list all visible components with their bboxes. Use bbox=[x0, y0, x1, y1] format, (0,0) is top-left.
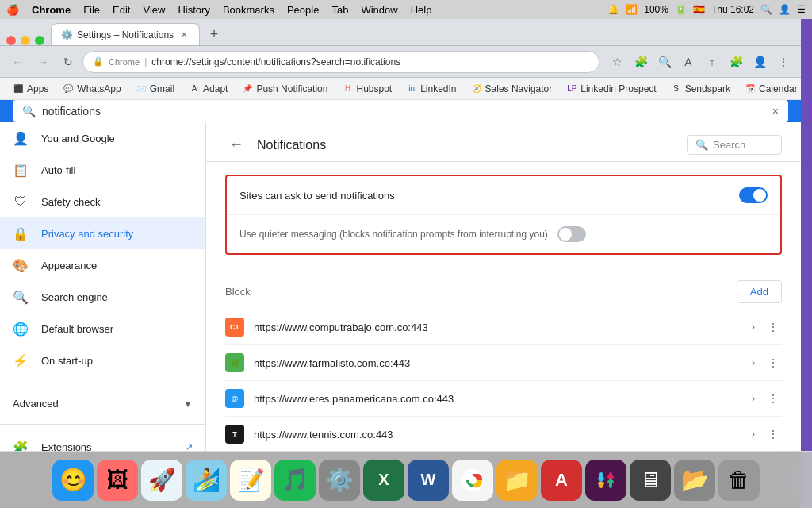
bookmark-linkedin[interactable]: in LinkedIn bbox=[400, 82, 462, 96]
extension-btn-3[interactable]: A bbox=[677, 51, 699, 73]
tab-menu[interactable]: Tab bbox=[331, 4, 348, 16]
file-menu[interactable]: File bbox=[83, 4, 100, 16]
site-menu-computrabajo[interactable]: ⋮ bbox=[764, 318, 782, 337]
settings-search-bar[interactable]: 🔍 × bbox=[13, 100, 788, 122]
permission-toggle-1[interactable] bbox=[739, 187, 768, 203]
site-menu-farmalisto[interactable]: ⋮ bbox=[764, 353, 782, 372]
bookmark-adapt[interactable]: A Adapt bbox=[182, 82, 234, 96]
settings-search-clear-button[interactable]: × bbox=[772, 105, 779, 117]
autofill-icon: 📋 bbox=[13, 162, 29, 178]
bookmark-apps[interactable]: ⬛ Apps bbox=[6, 82, 55, 96]
site-arrow-eres[interactable]: › bbox=[752, 393, 755, 404]
sidebar-item-appearance[interactable]: 🎨 Appearance bbox=[0, 249, 205, 281]
extension-btn-1[interactable]: 🧩 bbox=[630, 51, 652, 73]
more-menu-button[interactable]: ⋮ bbox=[772, 51, 795, 73]
favicon-eres: @ bbox=[225, 389, 244, 408]
control-center[interactable]: ☰ bbox=[797, 4, 806, 15]
address-bar-row: ← → ↻ 🔒 Chrome | chrome://settings/conte… bbox=[0, 46, 801, 78]
bookmark-push[interactable]: 📌 Push Notification bbox=[236, 82, 334, 96]
sidebar-item-privacy[interactable]: 🔒 Privacy and security bbox=[0, 217, 205, 249]
dock-word[interactable]: W bbox=[408, 460, 449, 501]
url-tennis: https://www.tennis.com.co:443 bbox=[254, 429, 742, 441]
site-menu-tennis[interactable]: ⋮ bbox=[764, 425, 782, 444]
dock-slack[interactable] bbox=[585, 460, 626, 501]
sidebar-item-startup[interactable]: ⚡ On start-up bbox=[0, 344, 205, 376]
notifications-back-button[interactable]: ← bbox=[225, 137, 247, 153]
extension-btn-4[interactable]: ↑ bbox=[701, 51, 723, 73]
dock-folder[interactable]: 📁 bbox=[496, 460, 538, 501]
dock-acrobat[interactable]: A bbox=[541, 460, 582, 501]
address-url: chrome://settings/content/notifications?… bbox=[151, 56, 400, 67]
notification-icon[interactable]: 🔔 bbox=[607, 4, 619, 15]
close-window-button[interactable] bbox=[6, 36, 16, 45]
bookmark-adapt-label: Adapt bbox=[203, 83, 228, 94]
minimize-window-button[interactable] bbox=[21, 36, 30, 45]
dock-spotify[interactable]: 🎵 bbox=[274, 460, 316, 501]
bookmark-star-button[interactable]: ☆ bbox=[606, 51, 628, 73]
site-menu-eres[interactable]: ⋮ bbox=[764, 389, 782, 408]
bookmark-linkedin-prospect[interactable]: LP Linkedin Prospect bbox=[560, 82, 662, 96]
bookmark-sales-nav[interactable]: 🧭 Sales Navigator bbox=[465, 82, 559, 96]
dock-finder2[interactable]: 🖼 bbox=[97, 460, 138, 501]
sidebar-item-you-and-google[interactable]: 👤 You and Google bbox=[0, 122, 205, 154]
history-menu[interactable]: History bbox=[178, 4, 209, 16]
notifications-search-box[interactable]: 🔍 Search bbox=[687, 135, 782, 155]
sidebar-item-default-browser[interactable]: 🌐 Default browser bbox=[0, 313, 205, 344]
permission-toggle-2[interactable] bbox=[557, 226, 586, 242]
bookmark-whatsapp-label: WhatsApp bbox=[77, 83, 121, 94]
extensions-puzzle[interactable]: 🧩 bbox=[725, 51, 747, 73]
app-name[interactable]: Chrome bbox=[32, 4, 71, 16]
site-arrow-computrabajo[interactable]: › bbox=[752, 321, 755, 333]
hubspot-icon: H bbox=[342, 83, 353, 94]
push-icon: 📌 bbox=[242, 83, 253, 94]
apple-menu[interactable]: 🍎 bbox=[6, 4, 19, 16]
forward-button[interactable]: → bbox=[32, 51, 54, 73]
tab-close-button[interactable]: ✕ bbox=[178, 29, 190, 40]
bookmark-hubspot[interactable]: H Hubspot bbox=[335, 82, 398, 96]
fullscreen-window-button[interactable] bbox=[35, 36, 44, 45]
reload-button[interactable]: ↻ bbox=[57, 51, 79, 73]
sidebar-item-extensions[interactable]: 🧩 Extensions ↗ bbox=[0, 431, 205, 451]
dock-folder2[interactable]: 📂 bbox=[674, 460, 715, 501]
site-arrow-farmalisto[interactable]: › bbox=[752, 357, 755, 368]
dock-system-prefs[interactable]: ⚙️ bbox=[319, 460, 360, 501]
sidebar-item-safety-check[interactable]: 🛡 Safety check bbox=[0, 186, 205, 217]
dock-trash[interactable]: 🗑 bbox=[718, 460, 760, 501]
calendar-icon: 📅 bbox=[745, 83, 756, 94]
search-menu-icon[interactable]: 🔍 bbox=[760, 4, 772, 15]
dock-surf[interactable]: 🏄 bbox=[186, 460, 227, 501]
bookmark-whatsapp[interactable]: 💬 WhatsApp bbox=[56, 82, 127, 96]
address-bar[interactable]: 🔒 Chrome | chrome://settings/content/not… bbox=[82, 51, 599, 73]
extension-btn-2[interactable]: 🔍 bbox=[653, 51, 676, 73]
permission-row-2: Use quieter messaging (blocks notificati… bbox=[227, 214, 780, 253]
back-button[interactable]: ← bbox=[6, 51, 29, 73]
people-menu[interactable]: People bbox=[287, 4, 319, 16]
bookmark-sendspark[interactable]: S Sendspark bbox=[665, 82, 737, 96]
bookmark-calendar[interactable]: 📅 Calendar bbox=[738, 82, 801, 96]
sidebar-item-autofill[interactable]: 📋 Auto-fill bbox=[0, 154, 205, 186]
bookmark-gmail[interactable]: ✉️ Gmail bbox=[129, 82, 181, 96]
dock-monitor[interactable]: 🖥 bbox=[630, 460, 671, 501]
edit-menu[interactable]: Edit bbox=[113, 4, 130, 16]
window-menu[interactable]: Window bbox=[361, 4, 397, 16]
sidebar-item-advanced[interactable]: Advanced ▼ bbox=[0, 390, 205, 418]
battery-icon: 🔋 bbox=[675, 4, 687, 15]
active-tab[interactable]: ⚙️ Settings – Notifications ✕ bbox=[51, 23, 200, 45]
new-tab-button[interactable]: + bbox=[203, 23, 225, 45]
bookmark-push-label: Push Notification bbox=[256, 83, 327, 94]
settings-search-header: 🔍 × bbox=[0, 100, 801, 122]
bookmarks-menu[interactable]: Bookmarks bbox=[223, 4, 274, 16]
dock-notes[interactable]: 📝 bbox=[230, 460, 271, 501]
dock-chrome[interactable] bbox=[452, 460, 493, 501]
dock-finder[interactable]: 😊 bbox=[52, 460, 94, 501]
dock-excel[interactable]: X bbox=[363, 460, 404, 501]
help-menu[interactable]: Help bbox=[411, 4, 432, 16]
view-menu[interactable]: View bbox=[143, 4, 165, 16]
profile-avatar[interactable]: 👤 bbox=[749, 51, 771, 73]
sidebar-item-search-engine[interactable]: 🔍 Search engine bbox=[0, 281, 205, 313]
dock-rocket[interactable]: 🚀 bbox=[141, 460, 182, 501]
site-arrow-tennis[interactable]: › bbox=[752, 429, 755, 440]
add-site-button[interactable]: Add bbox=[737, 280, 782, 303]
settings-search-input[interactable] bbox=[42, 105, 766, 117]
user-avatar[interactable]: 👤 bbox=[779, 4, 791, 15]
